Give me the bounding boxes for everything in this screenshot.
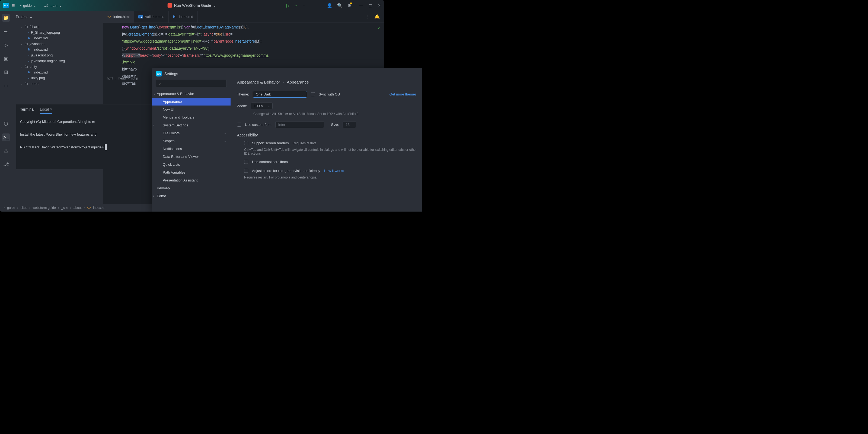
nav-appearance[interactable]: Appearance	[152, 98, 230, 105]
nav-editor[interactable]: Editor	[152, 192, 230, 200]
project-name: guide	[23, 3, 32, 8]
tree-file[interactable]: M↓index.md	[12, 46, 103, 52]
close-icon[interactable]: ×	[50, 107, 52, 112]
contrast-scrollbars-checkbox[interactable]	[244, 160, 248, 164]
commit-tool-icon[interactable]: ⊷	[2, 28, 10, 35]
screen-readers-hint: Ctrl+Tab and Ctrl+Shift+Tab will navigat…	[244, 148, 416, 155]
how-it-works-link[interactable]: How it works	[324, 169, 344, 173]
tab-index-html[interactable]: <>index.html	[103, 11, 134, 23]
more-tool-icon[interactable]: ⋯	[2, 82, 10, 90]
tree-folder[interactable]: ⌄🗀javascript	[12, 41, 103, 46]
bottom-tool-rail: ⬡ >_ ⚠ ⎇	[0, 117, 12, 171]
terminal-local-tab[interactable]: Local ×	[40, 107, 52, 114]
close-icon[interactable]: ✕	[378, 3, 381, 8]
nav-data-editor[interactable]: Data Editor and Viewer	[152, 153, 230, 161]
tab-validators-ts[interactable]: TSvalidators.ts	[134, 11, 169, 23]
nav-system-settings[interactable]: System Settings	[152, 121, 230, 129]
notifications-icon[interactable]: 🔔	[374, 14, 380, 19]
tab-more-icon[interactable]: ⋮	[366, 14, 370, 19]
nav-keymap[interactable]: Keymap	[152, 184, 230, 192]
nav-notifications[interactable]: Notifications	[152, 145, 230, 153]
tree-file[interactable]: ▫F_Sharp_logo.png	[12, 30, 103, 35]
accessibility-title: Accessibility	[237, 133, 416, 137]
theme-select[interactable]: One Dark	[253, 91, 307, 98]
terminal-tool-icon[interactable]: >_	[2, 133, 10, 141]
font-select[interactable]: Inter	[275, 121, 324, 128]
nav-file-colors[interactable]: File Colors▫	[152, 129, 230, 137]
branch-selector[interactable]: ⎇ main ⌄	[42, 2, 64, 9]
zoom-hint: Change with Alt+Shift+= or Alt+Shift+Min…	[253, 112, 416, 116]
problems-tool-icon[interactable]: ⚠	[2, 147, 10, 155]
nav-new-ui[interactable]: New UI	[152, 105, 230, 113]
project-tool-icon[interactable]: 📁	[2, 14, 10, 22]
sync-os-label: Sync with OS	[319, 92, 340, 96]
font-size-label: Size:	[331, 123, 339, 127]
tab-index-md[interactable]: M↓index.md	[169, 11, 198, 23]
screen-readers-label: Support screen readers	[252, 141, 289, 145]
settings-icon[interactable]: ⚙	[347, 3, 351, 8]
nav-appearance-behavior[interactable]: Appearance & Behavior	[152, 90, 230, 98]
vcs-tool-icon[interactable]: ⎇	[2, 161, 10, 168]
nav-menus[interactable]: Menus and Toolbars	[152, 113, 230, 121]
hamburger-icon[interactable]: ≡	[12, 3, 15, 8]
md-icon: M↓	[173, 15, 177, 18]
tree-file[interactable]: ▫javascript.png	[12, 52, 103, 58]
custom-font-checkbox[interactable]	[237, 123, 241, 127]
chevron-down-icon: ⌄	[33, 3, 36, 8]
more-icon[interactable]: ⋮	[302, 3, 306, 8]
layout-tool-icon[interactable]: ▣	[2, 55, 10, 62]
project-badge-icon: ▫	[225, 140, 226, 143]
sync-os-checkbox[interactable]	[311, 92, 315, 96]
code-with-me-icon[interactable]: 👤	[327, 3, 332, 8]
tree-folder[interactable]: ⌄🗀fsharp	[12, 24, 103, 30]
get-themes-link[interactable]: Get more themes	[390, 92, 416, 96]
structure-tool-icon[interactable]: ⊞	[2, 68, 10, 76]
tree-file[interactable]: M↓index.md	[12, 35, 103, 41]
colorblind-checkbox[interactable]	[244, 169, 248, 173]
maximize-icon[interactable]: ▢	[369, 3, 372, 8]
titlebar: WS ≡ ▪ guide ⌄ ⎇ main ⌄ Run WebStorm Gui…	[0, 0, 384, 11]
colorblind-label: Adjust colors for red-green vision defic…	[252, 169, 320, 173]
nav-path-vars[interactable]: Path Variables	[152, 168, 230, 176]
branch-name: main	[50, 3, 57, 8]
nav-quick-lists[interactable]: Quick Lists	[152, 161, 230, 168]
module-icon: ▫	[4, 206, 5, 210]
html-icon: <>	[107, 15, 111, 19]
tree-file[interactable]: M↓index.md	[12, 69, 103, 75]
nav-presentation[interactable]: Presentation Assistant	[152, 176, 230, 184]
run-tool-icon[interactable]: ▷	[2, 41, 10, 49]
file-icon: ▪	[20, 3, 22, 8]
run-config-selector[interactable]: Run WebStorm Guide ⌄	[167, 3, 217, 8]
settings-search-input[interactable]	[156, 80, 227, 87]
tree-folder[interactable]: ⌄🗀unity	[12, 64, 103, 69]
nav-scopes[interactable]: Scopes▫	[152, 137, 230, 145]
chevron-down-icon: ⌄	[59, 3, 62, 8]
debug-icon[interactable]: ⌖	[294, 3, 297, 8]
terminal-tab[interactable]: Terminal	[20, 107, 34, 114]
tree-folder[interactable]: ⌄🗀unreal	[12, 81, 103, 87]
terminal-body[interactable]: Copyright (C) Microsoft Corporation. All…	[16, 116, 152, 152]
settings-dialog: WS Settings Appearance & Behavior Appear…	[152, 68, 422, 212]
project-panel-header[interactable]: Project ⌄	[12, 11, 103, 23]
services-tool-icon[interactable]: ⬡	[2, 120, 10, 127]
zoom-label: Zoom:	[237, 104, 247, 108]
inspection-ok-icon[interactable]: ✓	[378, 26, 381, 30]
tree-file[interactable]: ▫unity.png	[12, 75, 103, 81]
settings-content: Appearance & Behavior›Appearance Theme: …	[230, 80, 422, 212]
zoom-select[interactable]: 100%	[251, 102, 273, 109]
tree-file[interactable]: ▫javascript-original.svg	[12, 58, 103, 64]
run-config-name: Run WebStorm Guide	[174, 3, 211, 8]
settings-nav: Appearance & Behavior Appearance New UI …	[152, 80, 230, 212]
screen-readers-checkbox[interactable]	[244, 141, 248, 145]
chevron-down-icon: ⌄	[213, 3, 216, 8]
settings-title: Settings	[164, 72, 178, 76]
editor-breadcrumb[interactable]: html› head› scrip	[103, 75, 142, 82]
webstorm-icon: WS	[3, 3, 9, 8]
ts-icon: TS	[138, 15, 143, 19]
minimize-icon[interactable]: —	[360, 3, 363, 8]
project-selector[interactable]: ▪ guide ⌄	[18, 2, 38, 9]
run-icon[interactable]: ▷	[286, 3, 290, 8]
search-icon[interactable]: 🔍	[337, 3, 343, 8]
chevron-down-icon: ⌄	[29, 14, 33, 19]
font-size-input[interactable]: 13	[343, 121, 356, 128]
